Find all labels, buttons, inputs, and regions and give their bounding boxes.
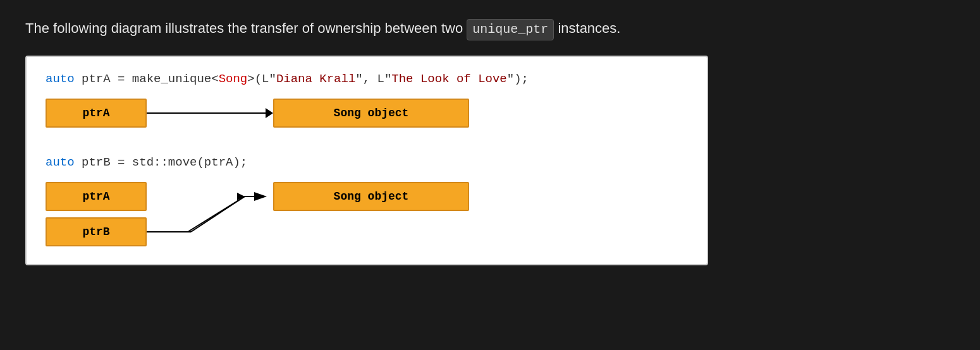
keyword-auto-1: auto <box>46 72 75 86</box>
intro-text-after: instances. <box>554 20 620 36</box>
curved-arrow-svg-2 <box>147 182 273 246</box>
keyword-song: Song <box>219 72 248 86</box>
unique-ptr-badge: unique_ptr <box>467 19 554 40</box>
intro-text-before: The following diagram illustrates the tr… <box>25 20 467 36</box>
ptrA-box-1: ptrA <box>46 99 147 128</box>
ptrB-box: ptrB <box>46 217 147 246</box>
diagram-row-1: ptrA Song object <box>46 99 688 128</box>
ptrB-label: ptrB <box>82 226 109 238</box>
song-object-box-1: Song object <box>273 99 469 128</box>
song-label-2: Song object <box>334 190 409 203</box>
section-gap <box>46 135 688 155</box>
second-diagram: ptrA ptrB <box>46 182 688 246</box>
code-text-3: ", L" <box>355 72 391 86</box>
ptrA-box-2: ptrA <box>46 182 147 211</box>
song-object-box-2: Song object <box>273 182 469 211</box>
code-text-5: ptrB = std::move(ptrA); <box>75 155 248 169</box>
arrow-1 <box>147 99 273 128</box>
ptrA-label-1: ptrA <box>82 107 109 119</box>
code-line-2: auto ptrB = std::move(ptrA); <box>46 155 688 169</box>
keyword-auto-2: auto <box>46 155 75 169</box>
code-text-2: >(L" <box>247 72 276 86</box>
string-title: The Look of Love <box>391 72 506 86</box>
ptrA-label-2: ptrA <box>82 190 109 203</box>
code-line-1: auto ptrA = make_unique<Song>(L"Diana Kr… <box>46 72 688 86</box>
song-label-1: Song object <box>334 107 409 119</box>
string-author: Diana Krall <box>276 72 355 86</box>
intro-paragraph: The following diagram illustrates the tr… <box>25 19 955 40</box>
diagram-container: auto ptrA = make_unique<Song>(L"Diana Kr… <box>25 56 708 265</box>
code-text-4: "); <box>507 72 529 86</box>
code-text-1: ptrA = make_unique< <box>75 72 219 86</box>
